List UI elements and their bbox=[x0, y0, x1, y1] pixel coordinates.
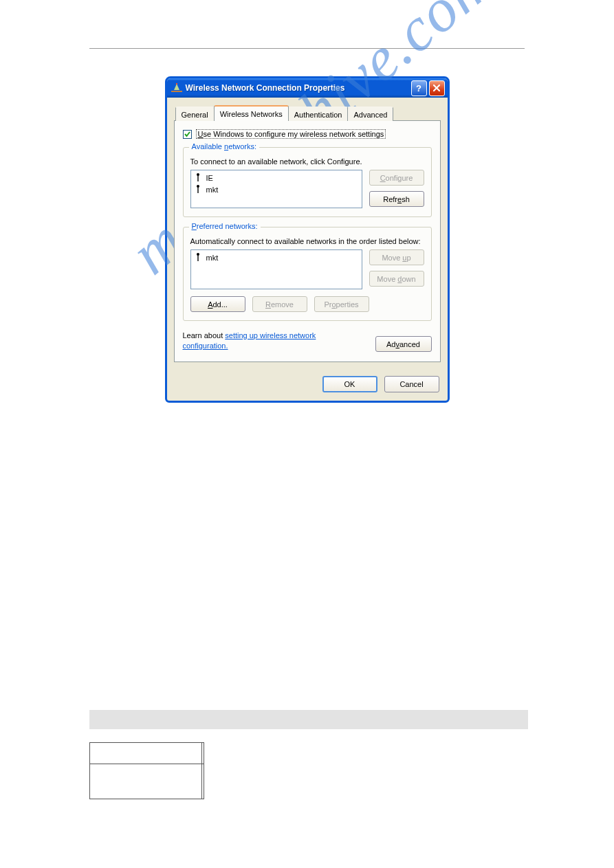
properties-button: Properties bbox=[314, 296, 369, 312]
tabstrip: General Wireless Networks Authentication… bbox=[175, 104, 441, 120]
bottom-table bbox=[89, 742, 204, 799]
available-networks-group: Available networks: To connect to an ava… bbox=[183, 147, 432, 217]
tab-advanced[interactable]: Advanced bbox=[347, 107, 393, 121]
remove-button: Remove bbox=[252, 296, 307, 312]
move-up-button: Move up bbox=[369, 249, 424, 265]
cancel-button[interactable]: Cancel bbox=[384, 376, 439, 392]
antenna-icon bbox=[194, 253, 202, 262]
dialog-wireless-properties: Wireless Network Connection Properties ?… bbox=[165, 76, 450, 403]
network-name: mkt bbox=[206, 254, 219, 262]
titlebar[interactable]: Wireless Network Connection Properties ? bbox=[167, 78, 448, 98]
use-windows-label: Use Windows to configure my wireless net… bbox=[196, 129, 386, 139]
help-button[interactable]: ? bbox=[411, 80, 427, 96]
tab-general[interactable]: General bbox=[175, 107, 215, 121]
list-item[interactable]: mkt bbox=[193, 183, 360, 195]
svg-rect-7 bbox=[197, 255, 198, 261]
preferred-networks-group: Preferred networks: Automatically connec… bbox=[183, 227, 432, 321]
svg-rect-3 bbox=[197, 175, 198, 181]
tab-authentication[interactable]: Authentication bbox=[288, 107, 349, 121]
antenna-icon bbox=[194, 173, 202, 182]
move-down-button: Move down bbox=[369, 271, 424, 287]
network-name: mkt bbox=[206, 186, 219, 194]
dialog-footer: OK Cancel bbox=[167, 369, 448, 401]
preferred-networks-list[interactable]: mkt bbox=[190, 249, 362, 289]
antenna-icon bbox=[194, 185, 202, 194]
preferred-desc: Automatically connect to available netwo… bbox=[190, 237, 424, 245]
close-button[interactable] bbox=[429, 80, 445, 96]
configure-button: Configure bbox=[369, 170, 424, 186]
table-row bbox=[90, 764, 204, 799]
svg-rect-5 bbox=[197, 187, 198, 193]
advanced-button[interactable]: Advanced bbox=[375, 336, 432, 352]
ok-button[interactable]: OK bbox=[322, 376, 377, 392]
use-windows-checkbox[interactable] bbox=[183, 130, 192, 139]
svg-rect-1 bbox=[176, 83, 177, 85]
tab-wireless-networks[interactable]: Wireless Networks bbox=[214, 105, 289, 121]
wireless-app-icon bbox=[171, 82, 182, 93]
grey-bar bbox=[89, 710, 528, 729]
svg-rect-0 bbox=[171, 91, 182, 92]
network-name: IE bbox=[206, 174, 213, 182]
list-item[interactable]: IE bbox=[193, 172, 360, 183]
dialog-title: Wireless Network Connection Properties bbox=[186, 83, 409, 93]
add-button[interactable]: Add... bbox=[190, 296, 245, 312]
available-networks-list[interactable]: IE mkt bbox=[190, 170, 362, 208]
refresh-button[interactable]: Refresh bbox=[369, 191, 424, 207]
preferred-legend: Preferred networks: bbox=[189, 222, 261, 230]
tab-panel: Use Windows to configure my wireless net… bbox=[174, 120, 441, 362]
list-item[interactable]: mkt bbox=[193, 252, 360, 263]
table-row bbox=[90, 743, 204, 764]
available-legend: Available networks: bbox=[189, 142, 260, 151]
available-desc: To connect to an available network, clic… bbox=[190, 157, 424, 166]
learn-about-text: Learn about setting up wireless network … bbox=[183, 331, 362, 351]
page-rule bbox=[89, 48, 525, 49]
